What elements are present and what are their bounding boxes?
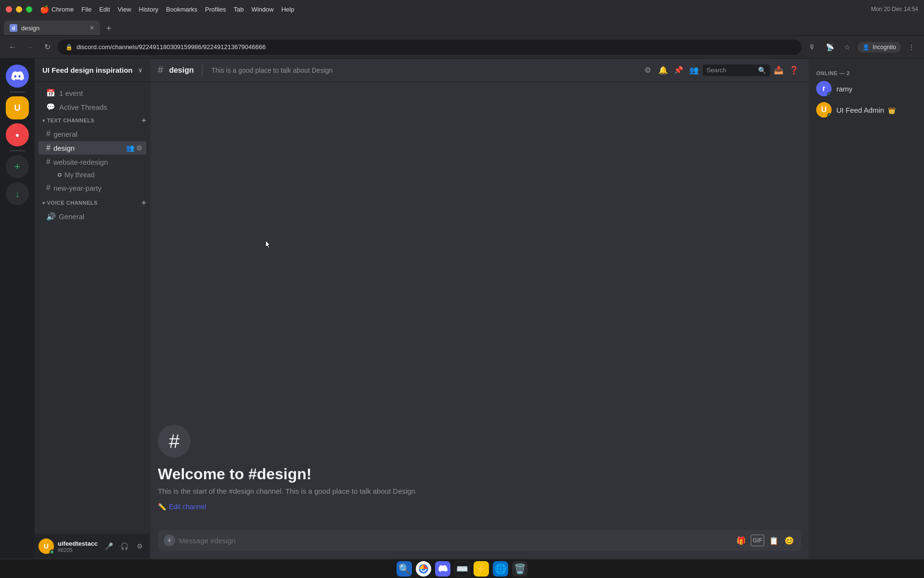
mic-icon[interactable]: 🎙: [806, 40, 819, 54]
deafen-button[interactable]: 🎧: [117, 539, 131, 553]
invite-icon[interactable]: 👥: [126, 144, 134, 152]
voice-channels-category[interactable]: ▾ VOICE CHANNELS +: [35, 197, 150, 209]
discord-home-button[interactable]: [6, 65, 29, 88]
forward-button[interactable]: →: [23, 40, 37, 54]
chat-area: # Welcome to #design! This is the start …: [150, 82, 808, 530]
members-sidebar: ONLINE — 2 r ramy U UI Feed Admin 👑: [808, 59, 924, 559]
mute-button[interactable]: 🎤: [102, 539, 116, 553]
channel-active-threads[interactable]: 💬 Active Threads: [38, 100, 146, 114]
channel-event-item[interactable]: 📅 1 event: [38, 86, 146, 100]
menu-edit[interactable]: Edit: [99, 6, 110, 13]
back-button[interactable]: ←: [6, 40, 19, 54]
channel-item-general-voice[interactable]: 🔊 General: [38, 210, 146, 223]
help-tool-button[interactable]: ❓: [787, 64, 801, 77]
crown-icon: 👑: [888, 107, 896, 114]
close-button[interactable]: [6, 6, 12, 13]
add-server-button[interactable]: +: [6, 155, 29, 178]
user-status-dot: [50, 550, 54, 554]
bookmark-icon[interactable]: ☆: [840, 40, 854, 54]
dock-browser[interactable]: 🌐: [493, 561, 508, 577]
message-tools: 🎁 GIF 📋 😊: [735, 535, 795, 546]
channel-item-newyear[interactable]: # new-year-party: [38, 181, 146, 195]
dock-discord[interactable]: [435, 561, 450, 577]
menu-chrome[interactable]: Chrome: [51, 6, 74, 13]
active-tab[interactable]: d design ✕: [4, 21, 100, 35]
server-name: UI Feed design inspiration: [42, 66, 133, 74]
menu-profiles[interactable]: Profiles: [205, 6, 226, 13]
menu-view[interactable]: View: [118, 6, 131, 13]
server-list: U ● + ↓: [0, 59, 35, 559]
attachment-button[interactable]: +: [164, 535, 175, 546]
menu-history[interactable]: History: [139, 6, 158, 13]
active-threads-label: Active Threads: [59, 103, 107, 111]
dock-voltageapp[interactable]: ⚡: [474, 561, 489, 577]
pin-tool-button[interactable]: 📌: [672, 64, 685, 77]
channel-actions-design: 👥 ⚙: [126, 144, 142, 152]
channel-item-design[interactable]: # design 👥 ⚙: [38, 141, 146, 155]
apple-logo: 🍎: [40, 5, 50, 14]
thread-dot-icon: [58, 173, 62, 177]
clock: Mon 20 Dec 14:54: [871, 6, 918, 13]
inbox-tool-button[interactable]: 📥: [772, 64, 785, 77]
minimize-button[interactable]: [16, 6, 22, 13]
channel-name-website: website-redesign: [53, 158, 108, 166]
hash-icon-general: #: [46, 130, 51, 138]
hash-icon-design: #: [46, 144, 51, 152]
cast-icon[interactable]: 📡: [823, 40, 836, 54]
emoji-button[interactable]: 😊: [783, 535, 795, 546]
more-options-icon[interactable]: ⋮: [905, 40, 918, 54]
server-icon-2[interactable]: ●: [6, 123, 29, 146]
gift-button[interactable]: 🎁: [735, 535, 747, 546]
menu-bar: Chrome File Edit View History Bookmarks …: [51, 6, 294, 13]
members-tool-button[interactable]: 👥: [687, 64, 701, 77]
maximize-button[interactable]: [26, 6, 32, 13]
channel-list: 📅 1 event 💬 Active Threads ▾ TEXT CHANNE…: [35, 82, 150, 534]
member-item-ramy[interactable]: r ramy: [812, 78, 920, 99]
user-display-name: uifeedtestacc: [58, 540, 98, 547]
server-icon-uifeed[interactable]: U: [6, 96, 29, 119]
menu-tab[interactable]: Tab: [233, 6, 244, 13]
header-separator: │: [200, 65, 206, 76]
bell-tool-button[interactable]: 🔔: [656, 64, 670, 77]
url-bar[interactable]: 🔒 discord.com/channels/92249118030915998…: [58, 39, 802, 55]
channel-welcome-icon: #: [158, 425, 191, 458]
settings-icon[interactable]: ⚙: [136, 144, 142, 152]
menu-help[interactable]: Help: [282, 6, 295, 13]
gif-button[interactable]: GIF: [751, 535, 764, 546]
message-input[interactable]: [179, 537, 732, 545]
channel-header-hash-icon: #: [158, 65, 163, 76]
text-channels-category[interactable]: ▾ TEXT CHANNELS +: [35, 114, 150, 127]
edit-icon: ✏️: [158, 503, 166, 511]
channel-item-website[interactable]: # website-redesign: [38, 155, 146, 169]
user-settings-button[interactable]: ⚙: [133, 539, 146, 553]
tab-close-button[interactable]: ✕: [90, 25, 94, 31]
member-name-admin: UI Feed Admin 👑: [836, 106, 896, 114]
channel-item-general[interactable]: # general: [38, 127, 146, 141]
new-tab-button[interactable]: +: [102, 22, 116, 35]
channel-search-bar[interactable]: Search 🔍: [703, 65, 770, 76]
download-server-button[interactable]: ↓: [6, 182, 29, 205]
channel-header-name: design: [169, 66, 194, 75]
edit-channel-button[interactable]: ✏️ Edit channel: [158, 503, 801, 511]
incognito-badge: 👤 Incognito: [858, 42, 901, 53]
server-header[interactable]: UI Feed design inspiration ∨: [35, 59, 150, 82]
addressbar-right: 🎙 📡 ☆ 👤 Incognito ⋮: [806, 40, 918, 54]
reload-button[interactable]: ↻: [40, 40, 54, 54]
member-item-admin[interactable]: U UI Feed Admin 👑: [812, 99, 920, 120]
menu-file[interactable]: File: [81, 6, 91, 13]
thread-item-my-thread[interactable]: My thread: [38, 169, 146, 181]
speaker-icon: 🔊: [46, 212, 56, 221]
search-placeholder: Search: [706, 66, 726, 74]
menu-window[interactable]: Window: [251, 6, 273, 13]
member-status-online: [827, 92, 832, 96]
dock-trash[interactable]: 🗑️: [512, 561, 527, 577]
dock-terminal[interactable]: ⌨️: [454, 561, 470, 577]
text-channels-add[interactable]: +: [141, 116, 146, 125]
dock-chrome[interactable]: [416, 561, 431, 577]
menu-bookmarks[interactable]: Bookmarks: [166, 6, 197, 13]
sticker-button[interactable]: 📋: [768, 535, 780, 546]
threads-tool-button[interactable]: ⚙: [641, 64, 654, 77]
dock-finder[interactable]: 🔍: [397, 561, 412, 577]
address-bar: ← → ↻ 🔒 discord.com/channels/92249118030…: [0, 36, 924, 59]
voice-channels-add[interactable]: +: [141, 198, 146, 207]
